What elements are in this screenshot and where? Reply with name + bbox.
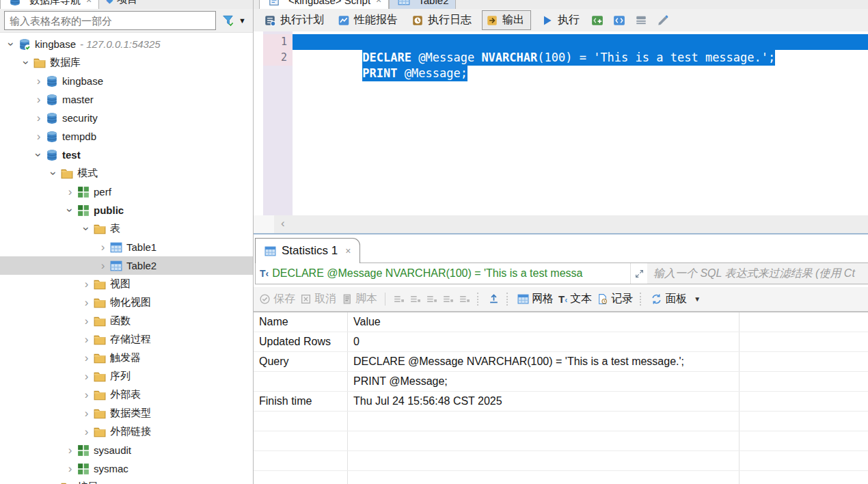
grid-cell-name[interactable] [254,451,348,470]
new-sql-editor-button[interactable] [590,13,605,28]
record-view-button[interactable]: 记录 [597,292,633,306]
tree-item[interactable]: 序列 [0,367,253,386]
tree-chevron-icon[interactable] [5,38,17,50]
grid-view-button[interactable]: 网格 [517,292,554,306]
tree-item[interactable]: 触发器 [0,349,253,367]
filter-funnel-icon[interactable] [222,14,234,27]
tree-chevron-icon[interactable] [64,444,76,456]
table-row[interactable]: Finish time Thu Jul 24 15:56:48 CST 2025 [254,392,868,412]
column-header-value[interactable]: Value [348,312,740,332]
tree-item[interactable]: perf [0,183,253,201]
tree-chevron-icon[interactable] [97,260,109,271]
close-icon[interactable]: × [345,245,351,256]
tree-item[interactable]: Table1 [0,238,253,256]
table-row[interactable] [254,451,868,471]
tree-item[interactable]: 存储过程 [0,330,253,349]
grid-cell-value[interactable]: DECLARE @Message NVARCHAR(100) = 'This i… [348,352,740,371]
tree-item[interactable]: security [0,109,253,127]
sql-code-editor[interactable]: 1 2 DECLARE @Message NVARCHAR(100) = 'Th… [254,31,868,215]
tree-chevron-icon[interactable] [81,407,92,419]
editor-horizontal-scrollbar[interactable]: ‹ [254,215,868,233]
performance-report-button[interactable]: 性能报告 [334,11,401,29]
delete-row-button[interactable] [426,293,437,305]
edit-row-button[interactable] [393,293,405,305]
tree-chevron-icon[interactable] [64,204,76,216]
search-input[interactable] [4,11,216,30]
table-row[interactable] [254,412,868,431]
tree-chevron-icon[interactable] [48,481,59,484]
tab-table2[interactable]: Table2 [389,0,456,9]
tree-chevron-icon[interactable] [33,149,44,161]
tree-chevron-icon[interactable] [97,241,109,253]
remove-row-button[interactable] [459,293,470,305]
tree-item[interactable]: 外部表 [0,386,253,404]
tree-chevron-icon[interactable] [64,463,76,474]
filter-dropdown-caret[interactable]: ▼ [239,16,246,25]
add-row-button[interactable] [409,293,421,305]
tree-chevron-icon[interactable] [81,278,92,290]
tree-chevron-icon[interactable] [81,426,92,438]
execution-plan-button[interactable]: 执行计划 [260,11,327,29]
expand-query-icon[interactable] [630,263,647,284]
grid-cell-value[interactable] [348,471,740,484]
tree-item[interactable]: test [0,146,253,164]
grid-cell-value[interactable]: Thu Jul 24 15:56:48 CST 2025 [348,392,740,411]
script-button[interactable]: 脚本 [341,292,377,306]
save-button[interactable]: 保存 [259,292,295,306]
grid-cell-value[interactable]: 0 [348,332,740,351]
output-toggle-button[interactable]: 输出 [482,10,531,30]
tree-item[interactable]: sysmac [0,459,253,478]
tab-database-navigator[interactable]: 数据库导航 × [0,0,99,9]
tree-item[interactable]: kingbase [0,72,253,90]
tree-item[interactable]: 函数 [0,312,253,330]
tree-item[interactable]: 模式 [0,164,253,183]
table-row[interactable]: Query DECLARE @Message NVARCHAR(100) = '… [254,352,868,372]
tree-item[interactable]: 表 [0,219,253,238]
text-view-button[interactable]: 文本 [558,292,592,306]
tree-chevron-icon[interactable] [81,334,92,345]
table-row[interactable] [254,471,868,484]
tree-chevron-icon[interactable] [64,186,76,198]
open-sql-console-button[interactable] [612,13,627,28]
tab-statistics[interactable]: Statistics 1 × [255,238,360,263]
tree-chevron-icon[interactable] [33,94,44,105]
tree-chevron-icon[interactable] [81,352,92,364]
code-area[interactable]: DECLARE @Message NVARCHAR(100) = 'This i… [293,31,868,215]
grid-cell-name[interactable]: Query [254,352,348,371]
panel-dropdown-caret[interactable]: ▼ [694,295,701,303]
grid-cell-name[interactable] [254,372,348,391]
duplicate-row-button[interactable] [442,293,454,305]
tree-item[interactable]: 物化视图 [0,293,253,312]
result-filter-input[interactable]: 输入一个 SQL 表达式来过滤结果 (使用 Ct [647,263,868,284]
tree-chevron-icon[interactable] [48,167,59,179]
tree-item[interactable]: 数据类型 [0,404,253,422]
active-query-display[interactable]: DECLARE @Message NVARCHAR(100) = 'This i… [256,263,630,284]
tree-item[interactable]: 扩展 [0,478,253,484]
tab-sql-script[interactable]: <kingbase> Script × [259,0,389,9]
tree-chevron-icon[interactable] [81,223,92,234]
tree-chevron-icon[interactable] [33,131,44,142]
grid-cell-value[interactable] [348,431,740,451]
grid-cell-name[interactable]: Finish time [254,392,348,411]
tree-chevron-icon[interactable] [33,75,44,87]
export-button[interactable] [488,293,500,305]
server-log-button[interactable] [634,13,649,28]
tree-chevron-icon[interactable] [21,57,32,68]
tree-item[interactable]: Table2 [0,256,253,275]
grid-cell-value[interactable] [348,451,740,470]
execution-log-button[interactable]: 执行日志 [408,11,475,29]
tree-item[interactable]: tempdb [0,127,253,146]
edit-pencil-button[interactable] [655,13,670,28]
close-icon[interactable]: × [86,0,92,5]
tree-item[interactable]: 外部链接 [0,422,253,441]
tree-item[interactable]: sysaudit [0,441,253,459]
tree-item[interactable]: 数据库 [0,53,253,72]
tree-chevron-icon[interactable] [81,389,92,401]
tree-chevron-icon[interactable] [81,315,92,327]
grid-cell-name[interactable] [254,431,348,451]
table-row[interactable]: PRINT @Message; [254,372,868,392]
grid-cell-value[interactable]: PRINT @Message; [348,372,740,391]
scroll-left-icon[interactable]: ‹ [281,217,285,230]
tree-item[interactable]: kingbase - 127.0.0.1:54325 [0,35,253,53]
table-row[interactable]: Updated Rows 0 [254,332,868,352]
